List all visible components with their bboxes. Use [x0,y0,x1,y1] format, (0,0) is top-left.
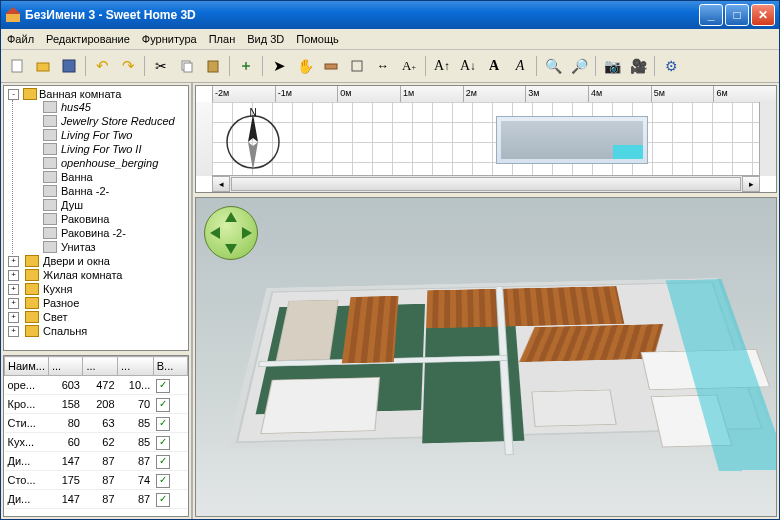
tree-folder[interactable]: +Двери и окна [6,254,186,268]
expand-icon[interactable]: + [8,326,19,337]
tree-folder[interactable]: +Спальня [6,324,186,338]
menu-file[interactable]: Файл [7,33,34,45]
tree-folder[interactable]: +Разное [6,296,186,310]
plan-scroll-h[interactable]: ◂ ▸ [212,175,760,192]
pan-tool[interactable]: ✋ [293,54,317,78]
furniture-table[interactable]: Наим............В... оре...60347210...✓ … [3,355,189,517]
table-cell: ✓ [153,395,187,414]
table-header[interactable]: Наим... [5,357,49,376]
visible-checkbox[interactable]: ✓ [156,417,170,431]
nav-control[interactable] [204,206,256,258]
scroll-left-button[interactable]: ◂ [212,176,230,192]
minimize-button[interactable]: _ [699,4,723,26]
menu-edit[interactable]: Редактирование [46,33,130,45]
zoom-in-button[interactable]: 🔍 [541,54,565,78]
furniture-tree[interactable]: - Ванная комната hus45Jewelry Store Redu… [3,85,189,351]
menu-help[interactable]: Помощь [296,33,339,45]
close-button[interactable]: ✕ [751,4,775,26]
expand-icon[interactable]: + [8,312,19,323]
view-3d[interactable] [195,197,777,517]
italic-button[interactable]: A [508,54,532,78]
select-tool[interactable]: ➤ [267,54,291,78]
expand-icon[interactable]: + [8,270,19,281]
save-button[interactable] [57,54,81,78]
visible-checkbox[interactable]: ✓ [156,379,170,393]
room-tool[interactable] [345,54,369,78]
table-row[interactable]: Кро...15820870✓ [5,395,188,414]
tree-item[interactable]: Ванна [13,170,186,184]
plan-view[interactable]: -2м-1м0м1м2м3м4м5м6м N ◂ ▸ [195,85,777,193]
tree-item[interactable]: hus45 [13,100,186,114]
tree-item[interactable]: Jewelry Store Reduced [13,114,186,128]
tree-root[interactable]: - Ванная комната [6,88,186,100]
text-size-down[interactable]: A↓ [456,54,480,78]
add-furn-button[interactable]: ＋ [234,54,258,78]
expand-icon[interactable]: + [8,284,19,295]
table-row[interactable]: оре...60347210...✓ [5,376,188,395]
tree-item[interactable]: Living For Two II [13,142,186,156]
visible-checkbox[interactable]: ✓ [156,436,170,450]
nav-right-icon[interactable] [242,227,252,239]
wall-tool[interactable] [319,54,343,78]
tree-item[interactable]: Раковина -2- [13,226,186,240]
tree-item[interactable]: Ванна -2- [13,184,186,198]
compass-icon[interactable]: N [222,108,284,170]
table-header[interactable]: ... [118,357,154,376]
table-header[interactable]: ... [48,357,83,376]
undo-button[interactable]: ↶ [90,54,114,78]
plan-mini-model[interactable] [496,116,648,164]
snapshot-button[interactable]: 📷 [600,54,624,78]
menu-furniture[interactable]: Фурнитура [142,33,197,45]
collapse-icon[interactable]: - [8,89,19,100]
table-row[interactable]: Ди...1478787✓ [5,452,188,471]
open-button[interactable] [31,54,55,78]
toolbar: ↶ ↷ ✂ ＋ ➤ ✋ ↔ A+ A↑ A↓ A A 🔍 🔎 📷 🎥 ⚙ [1,50,779,83]
svg-rect-0 [6,13,20,22]
redo-button[interactable]: ↷ [116,54,140,78]
text-size-up[interactable]: A↑ [430,54,454,78]
cut-icon: ✂ [155,58,167,74]
menu-plan[interactable]: План [209,33,236,45]
text-tool[interactable]: A+ [397,54,421,78]
prefs-button[interactable]: ⚙ [659,54,683,78]
tree-item[interactable]: Раковина [13,212,186,226]
zoom-out-button[interactable]: 🔎 [567,54,591,78]
table-row[interactable]: Сти...806385✓ [5,414,188,433]
plan-grid[interactable] [212,102,760,176]
nav-left-icon[interactable] [210,227,220,239]
tree-folder[interactable]: +Свет [6,310,186,324]
paste-button[interactable] [201,54,225,78]
bold-button[interactable]: A [482,54,506,78]
table-row[interactable]: Кух...606285✓ [5,433,188,452]
visible-checkbox[interactable]: ✓ [156,493,170,507]
visible-checkbox[interactable]: ✓ [156,455,170,469]
tree-folder[interactable]: +Кухня [6,282,186,296]
visible-checkbox[interactable]: ✓ [156,398,170,412]
table-header[interactable]: ... [83,357,118,376]
maximize-button[interactable]: □ [725,4,749,26]
nav-down-icon[interactable] [225,244,237,254]
table-row[interactable]: Ди...1478787✓ [5,490,188,509]
tree-item[interactable]: Душ [13,198,186,212]
cut-button[interactable]: ✂ [149,54,173,78]
item-icon [43,171,57,183]
table-row[interactable]: Сто...1758774✓ [5,471,188,490]
plan-scroll-v[interactable] [759,102,776,176]
video-button[interactable]: 🎥 [626,54,650,78]
tree-item[interactable]: Living For Two [13,128,186,142]
visible-checkbox[interactable]: ✓ [156,474,170,488]
expand-icon[interactable]: + [8,256,19,267]
nav-up-icon[interactable] [225,212,237,222]
tree-item[interactable]: Унитаз [13,240,186,254]
tree-folder[interactable]: +Жилая комната [6,268,186,282]
folder-icon [25,325,39,337]
dimension-tool[interactable]: ↔ [371,54,395,78]
room-icon [349,58,365,74]
tree-item[interactable]: openhouse_berging [13,156,186,170]
expand-icon[interactable]: + [8,298,19,309]
table-header[interactable]: В... [153,357,187,376]
scroll-right-button[interactable]: ▸ [742,176,760,192]
menu-view3d[interactable]: Вид 3D [247,33,284,45]
new-button[interactable] [5,54,29,78]
copy-button[interactable] [175,54,199,78]
